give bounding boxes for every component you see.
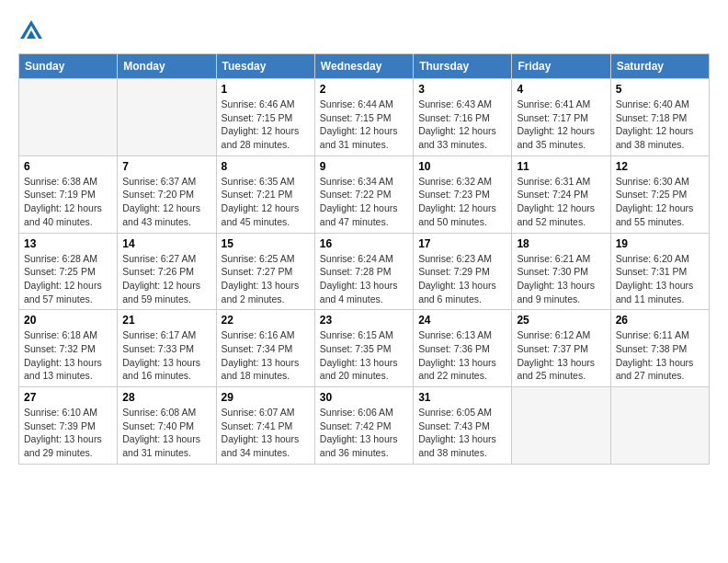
logo: [18, 18, 48, 44]
week-row-1: 1Sunrise: 6:46 AM Sunset: 7:15 PM Daylig…: [19, 79, 710, 156]
calendar-cell: 7Sunrise: 6:37 AM Sunset: 7:20 PM Daylig…: [118, 155, 216, 233]
day-info: Sunrise: 6:46 AM Sunset: 7:15 PM Dayligh…: [222, 98, 310, 152]
day-info: Sunrise: 6:43 AM Sunset: 7:16 PM Dayligh…: [418, 98, 506, 152]
day-info: Sunrise: 6:21 AM Sunset: 7:30 PM Dayligh…: [517, 252, 605, 306]
calendar-cell: [19, 79, 118, 156]
day-number: 9: [320, 160, 408, 173]
day-number: 16: [320, 237, 408, 250]
day-number: 10: [418, 160, 506, 173]
day-info: Sunrise: 6:35 AM Sunset: 7:21 PM Dayligh…: [222, 175, 310, 229]
calendar-cell: 3Sunrise: 6:43 AM Sunset: 7:16 PM Daylig…: [414, 79, 512, 156]
day-info: Sunrise: 6:07 AM Sunset: 7:41 PM Dayligh…: [222, 406, 310, 460]
day-number: 6: [24, 160, 112, 173]
day-number: 19: [616, 237, 704, 250]
calendar-cell: 26Sunrise: 6:11 AM Sunset: 7:38 PM Dayli…: [610, 310, 709, 387]
calendar-cell: 5Sunrise: 6:40 AM Sunset: 7:18 PM Daylig…: [610, 79, 709, 156]
day-number: 7: [122, 160, 210, 173]
calendar-cell: [610, 387, 709, 465]
day-info: Sunrise: 6:20 AM Sunset: 7:31 PM Dayligh…: [616, 252, 704, 306]
calendar-cell: 23Sunrise: 6:15 AM Sunset: 7:35 PM Dayli…: [314, 310, 413, 387]
day-number: 25: [517, 314, 605, 327]
day-info: Sunrise: 6:15 AM Sunset: 7:35 PM Dayligh…: [320, 328, 408, 383]
day-number: 18: [517, 237, 605, 250]
day-number: 2: [320, 83, 408, 96]
calendar-cell: [118, 79, 216, 156]
day-info: Sunrise: 6:10 AM Sunset: 7:39 PM Dayligh…: [24, 406, 112, 460]
day-number: 27: [24, 391, 112, 404]
day-number: 30: [320, 391, 408, 404]
day-info: Sunrise: 6:32 AM Sunset: 7:23 PM Dayligh…: [418, 175, 506, 229]
day-info: Sunrise: 6:28 AM Sunset: 7:25 PM Dayligh…: [24, 252, 112, 306]
day-info: Sunrise: 6:13 AM Sunset: 7:36 PM Dayligh…: [418, 328, 506, 383]
calendar-cell: 8Sunrise: 6:35 AM Sunset: 7:21 PM Daylig…: [216, 155, 314, 233]
calendar-cell: [512, 387, 610, 465]
day-number: 13: [24, 237, 112, 250]
day-info: Sunrise: 6:24 AM Sunset: 7:28 PM Dayligh…: [320, 252, 408, 306]
week-row-4: 20Sunrise: 6:18 AM Sunset: 7:32 PM Dayli…: [19, 310, 710, 387]
calendar-cell: 16Sunrise: 6:24 AM Sunset: 7:28 PM Dayli…: [314, 233, 413, 310]
day-number: 28: [122, 391, 210, 404]
calendar-cell: 1Sunrise: 6:46 AM Sunset: 7:15 PM Daylig…: [216, 79, 314, 156]
page-header: [18, 18, 710, 44]
calendar-table: SundayMondayTuesdayWednesdayThursdayFrid…: [18, 53, 710, 465]
day-number: 20: [24, 314, 112, 327]
calendar-cell: 21Sunrise: 6:17 AM Sunset: 7:33 PM Dayli…: [118, 310, 216, 387]
weekday-header-monday: Monday: [118, 54, 216, 79]
day-info: Sunrise: 6:18 AM Sunset: 7:32 PM Dayligh…: [24, 328, 112, 383]
calendar-cell: 22Sunrise: 6:16 AM Sunset: 7:34 PM Dayli…: [216, 310, 314, 387]
day-number: 14: [122, 237, 210, 250]
day-info: Sunrise: 6:27 AM Sunset: 7:26 PM Dayligh…: [122, 252, 210, 306]
day-number: 3: [418, 83, 506, 96]
day-number: 21: [122, 314, 210, 327]
weekday-header-wednesday: Wednesday: [314, 54, 413, 79]
day-number: 5: [616, 83, 704, 96]
day-number: 8: [222, 160, 310, 173]
day-number: 23: [320, 314, 408, 327]
day-info: Sunrise: 6:25 AM Sunset: 7:27 PM Dayligh…: [222, 252, 310, 306]
calendar-cell: 9Sunrise: 6:34 AM Sunset: 7:22 PM Daylig…: [314, 155, 413, 233]
calendar-cell: 14Sunrise: 6:27 AM Sunset: 7:26 PM Dayli…: [118, 233, 216, 310]
calendar-cell: 29Sunrise: 6:07 AM Sunset: 7:41 PM Dayli…: [216, 387, 314, 465]
day-number: 12: [616, 160, 704, 173]
day-number: 17: [418, 237, 506, 250]
calendar-cell: 31Sunrise: 6:05 AM Sunset: 7:43 PM Dayli…: [414, 387, 512, 465]
day-info: Sunrise: 6:41 AM Sunset: 7:17 PM Dayligh…: [517, 98, 605, 152]
weekday-header-row: SundayMondayTuesdayWednesdayThursdayFrid…: [19, 54, 710, 79]
weekday-header-sunday: Sunday: [19, 54, 118, 79]
calendar-cell: 28Sunrise: 6:08 AM Sunset: 7:40 PM Dayli…: [118, 387, 216, 465]
week-row-5: 27Sunrise: 6:10 AM Sunset: 7:39 PM Dayli…: [19, 387, 710, 465]
day-number: 1: [222, 83, 310, 96]
calendar-cell: 10Sunrise: 6:32 AM Sunset: 7:23 PM Dayli…: [414, 155, 512, 233]
calendar-cell: 11Sunrise: 6:31 AM Sunset: 7:24 PM Dayli…: [512, 155, 610, 233]
day-number: 24: [418, 314, 506, 327]
weekday-header-thursday: Thursday: [414, 54, 512, 79]
weekday-header-tuesday: Tuesday: [216, 54, 314, 79]
day-info: Sunrise: 6:12 AM Sunset: 7:37 PM Dayligh…: [517, 328, 605, 383]
calendar-cell: 27Sunrise: 6:10 AM Sunset: 7:39 PM Dayli…: [19, 387, 118, 465]
day-number: 26: [616, 314, 704, 327]
calendar-cell: 12Sunrise: 6:30 AM Sunset: 7:25 PM Dayli…: [610, 155, 709, 233]
calendar-cell: 2Sunrise: 6:44 AM Sunset: 7:15 PM Daylig…: [314, 79, 413, 156]
day-info: Sunrise: 6:23 AM Sunset: 7:29 PM Dayligh…: [418, 252, 506, 306]
calendar-cell: 17Sunrise: 6:23 AM Sunset: 7:29 PM Dayli…: [414, 233, 512, 310]
week-row-3: 13Sunrise: 6:28 AM Sunset: 7:25 PM Dayli…: [19, 233, 710, 310]
calendar-cell: 4Sunrise: 6:41 AM Sunset: 7:17 PM Daylig…: [512, 79, 610, 156]
day-info: Sunrise: 6:30 AM Sunset: 7:25 PM Dayligh…: [616, 175, 704, 229]
calendar-cell: 19Sunrise: 6:20 AM Sunset: 7:31 PM Dayli…: [610, 233, 709, 310]
day-info: Sunrise: 6:08 AM Sunset: 7:40 PM Dayligh…: [122, 406, 210, 460]
day-number: 31: [418, 391, 506, 404]
day-info: Sunrise: 6:17 AM Sunset: 7:33 PM Dayligh…: [122, 328, 210, 383]
calendar-cell: 18Sunrise: 6:21 AM Sunset: 7:30 PM Dayli…: [512, 233, 610, 310]
calendar-cell: 30Sunrise: 6:06 AM Sunset: 7:42 PM Dayli…: [314, 387, 413, 465]
day-number: 29: [222, 391, 310, 404]
weekday-header-friday: Friday: [512, 54, 610, 79]
calendar-cell: 6Sunrise: 6:38 AM Sunset: 7:19 PM Daylig…: [19, 155, 118, 233]
day-number: 4: [517, 83, 605, 96]
calendar-cell: 20Sunrise: 6:18 AM Sunset: 7:32 PM Dayli…: [19, 310, 118, 387]
day-info: Sunrise: 6:05 AM Sunset: 7:43 PM Dayligh…: [418, 406, 506, 460]
logo-icon: [18, 18, 44, 44]
day-number: 15: [222, 237, 310, 250]
day-info: Sunrise: 6:34 AM Sunset: 7:22 PM Dayligh…: [320, 175, 408, 229]
weekday-header-saturday: Saturday: [610, 54, 709, 79]
day-info: Sunrise: 6:37 AM Sunset: 7:20 PM Dayligh…: [122, 175, 210, 229]
